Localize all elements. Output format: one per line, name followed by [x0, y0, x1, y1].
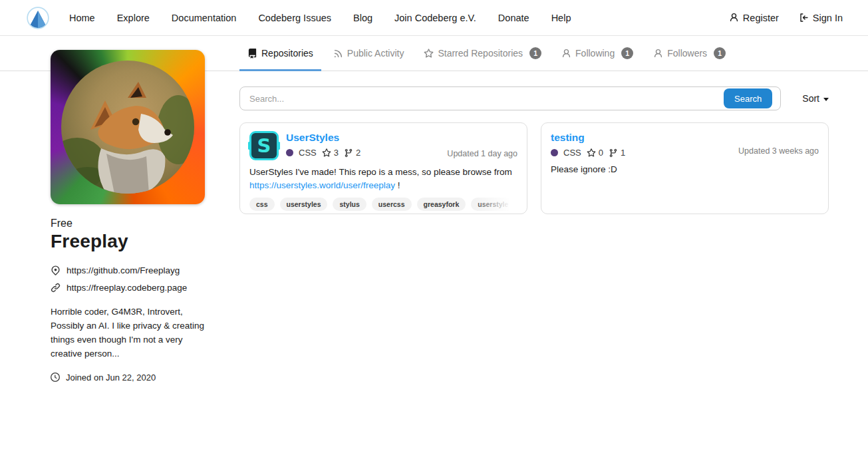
profile-joined: Joined on Jun 22, 2020	[51, 373, 205, 383]
repo-updated-time: Updated 1 day ago	[447, 149, 517, 160]
repo-avatar: S	[249, 131, 279, 160]
register-link[interactable]: Register	[729, 13, 779, 23]
fork-count-value: 2	[356, 148, 361, 158]
profile-link-text: https://github.com/Freeplayg	[67, 265, 180, 275]
repo-card-header: SUserStylesCSS32Updated 1 day ago	[249, 131, 517, 160]
repository-list: SUserStylesCSS32Updated 1 day agoUserSty…	[239, 122, 829, 214]
fork-count[interactable]: 2	[344, 148, 361, 158]
search-box: Search	[239, 86, 781, 110]
language-dot	[286, 149, 293, 156]
profile-sidebar: Free Freeplay https://github.com/Freepla…	[51, 50, 205, 383]
star-count[interactable]: 3	[322, 148, 339, 158]
repo-description-text: Please ignore :D	[551, 164, 617, 174]
sign-in-link[interactable]: Sign In	[799, 13, 843, 23]
fox-photo	[61, 61, 194, 194]
profile-bio: Horrible coder, G4M3R, Introvert, Possib…	[51, 305, 205, 361]
tab-following[interactable]: Following1	[553, 36, 641, 71]
register-label: Register	[743, 13, 779, 23]
repo-description: UserStyles I've made! This repo is a mes…	[249, 166, 517, 193]
repo-topics: cssuserstylesstylususercssgreasyforkuser…	[249, 198, 517, 211]
nav-menu: HomeExploreDocumentationCodeberg IssuesB…	[69, 13, 571, 23]
topic-tag[interactable]: userstyle	[471, 198, 515, 211]
user-avatar[interactable]	[51, 50, 205, 204]
nav-item-explore[interactable]: Explore	[117, 13, 150, 23]
fork-count-value: 1	[621, 148, 625, 158]
tab-label: Public Activity	[347, 48, 404, 59]
sort-label: Sort	[802, 93, 819, 104]
repo-updated-time: Updated 3 weeks ago	[738, 146, 819, 158]
nav-item-documentation[interactable]: Documentation	[172, 13, 237, 23]
tab-starred-repositories[interactable]: Starred Repositories1	[416, 36, 549, 71]
language-dot	[551, 149, 558, 156]
search-input[interactable]	[240, 94, 724, 104]
tab-repositories[interactable]: Repositories	[239, 36, 321, 71]
tab-count-badge: 1	[714, 47, 726, 59]
tab-label: Following	[575, 48, 615, 59]
tab-count-badge: 1	[529, 47, 541, 59]
profile-links: https://github.com/Freeplayghttps://free…	[51, 265, 205, 293]
profile-link-text: https://freeplay.codeberg.page	[67, 283, 187, 293]
repo-description-text: UserStyles I've made! This repo is a mes…	[249, 167, 512, 177]
star-icon	[587, 148, 596, 158]
topic-tag[interactable]: css	[249, 198, 275, 211]
star-icon	[424, 49, 434, 59]
top-navbar: HomeExploreDocumentationCodeberg IssuesB…	[0, 0, 868, 36]
tab-label: Repositories	[261, 48, 313, 59]
topic-tag[interactable]: userstyles	[280, 198, 328, 211]
repo-description-suffix: !	[395, 180, 400, 190]
sort-dropdown[interactable]: Sort	[802, 93, 829, 104]
profile-link[interactable]: https://github.com/Freeplayg	[51, 265, 205, 275]
clock-icon	[51, 373, 60, 382]
repo-name-link[interactable]: UserStyles	[286, 132, 339, 143]
repo-icon	[247, 49, 257, 59]
profile-username: Freeplay	[51, 231, 205, 252]
link-icon	[51, 283, 61, 293]
rss-icon	[333, 49, 343, 59]
nav-item-blog[interactable]: Blog	[353, 13, 372, 23]
star-count[interactable]: 0	[587, 148, 603, 158]
profile-display-name: Free	[51, 218, 205, 230]
repo-meta-row: CSS32	[286, 148, 440, 158]
star-count-value: 0	[599, 148, 603, 158]
profile-link[interactable]: https://freeplay.codeberg.page	[51, 283, 205, 293]
repo-card: testingCSS01Updated 3 weeks agoPlease ig…	[541, 122, 829, 214]
fork-icon	[344, 148, 353, 158]
nav-item-home[interactable]: Home	[69, 13, 95, 23]
language-label: CSS	[563, 148, 581, 158]
repo-description-link[interactable]: https://userstyles.world/user/freeplay	[249, 180, 395, 190]
tab-followers[interactable]: Followers1	[645, 36, 734, 71]
fork-icon	[609, 148, 618, 158]
nav-item-codeberg-issues[interactable]: Codeberg Issues	[258, 13, 331, 23]
repo-card-header: testingCSS01Updated 3 weeks ago	[551, 131, 819, 158]
topic-tag[interactable]: greasyfork	[417, 198, 466, 211]
person-icon	[729, 13, 739, 23]
repo-description: Please ignore :D	[551, 163, 819, 176]
tab-label: Followers	[667, 48, 707, 59]
joined-date: Joined on Jun 22, 2020	[66, 373, 156, 383]
main-content: Search Sort SUserStylesCSS32Updated 1 da…	[239, 86, 829, 214]
repo-title-block: UserStylesCSS32	[286, 131, 440, 160]
nav-item-join-codeberg-e-v[interactable]: Join Codeberg e.V.	[394, 13, 476, 23]
nav-item-donate[interactable]: Donate	[498, 13, 529, 23]
repo-meta-row: CSS01	[551, 148, 731, 158]
sign-in-label: Sign In	[813, 13, 843, 23]
fork-count[interactable]: 1	[609, 148, 625, 158]
person-icon	[653, 49, 663, 59]
star-count-value: 3	[334, 148, 339, 158]
topic-tag[interactable]: stylus	[333, 198, 366, 211]
topic-tag[interactable]: usercss	[372, 198, 412, 211]
repo-name-link[interactable]: testing	[551, 132, 585, 143]
language-label: CSS	[299, 148, 317, 158]
tab-count-badge: 1	[621, 47, 633, 59]
sign-in-icon	[799, 13, 809, 23]
tab-public-activity[interactable]: Public Activity	[325, 36, 412, 71]
chevron-down-icon	[823, 98, 829, 101]
repo-card: SUserStylesCSS32Updated 1 day agoUserSty…	[239, 122, 527, 214]
nav-item-help[interactable]: Help	[551, 13, 571, 23]
tab-label: Starred Repositories	[438, 48, 523, 59]
repo-search-row: Search Sort	[239, 86, 829, 110]
search-button[interactable]: Search	[724, 88, 772, 108]
location-icon	[51, 265, 61, 275]
codeberg-logo[interactable]	[27, 7, 49, 29]
repo-title-block: testingCSS01	[551, 131, 731, 158]
